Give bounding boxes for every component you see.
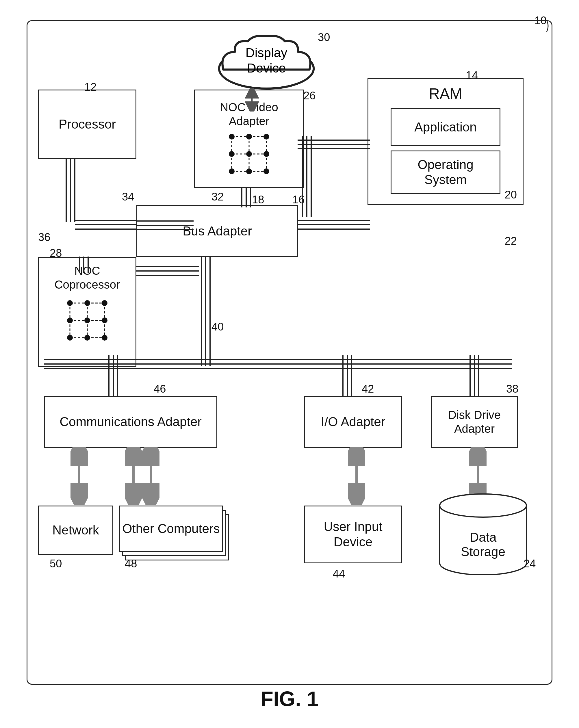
ref-noc-video: 26 [304,89,316,102]
disk-drive-adapter-box: Disk DriveAdapter [431,396,518,448]
svg-point-69 [84,317,90,323]
ref-32: 32 [211,191,223,203]
io-adapter-box: I/O Adapter [304,396,402,448]
ref-processor: 12 [84,81,97,93]
svg-point-24 [246,151,252,157]
bus-horiz-proc [75,216,137,233]
bus-noc-video-vert [237,187,255,207]
user-input-label: User InputDevice [324,519,383,550]
bus-ram-horiz-top [297,136,370,153]
svg-point-71 [67,335,73,341]
bus-proc-to-bus [136,217,193,234]
bus-proc-vert [62,158,79,222]
arrow-io-user [348,447,365,505]
svg-point-65 [67,300,73,306]
bus-io-vert [339,355,356,396]
ref-user-input: 44 [333,568,345,580]
ref-display-device: 30 [318,31,330,44]
ref-36: 36 [38,231,50,243]
data-storage: Data Storage [434,488,532,575]
arrow-comms-other1 [125,447,142,505]
disk-drive-adapter-label: Disk DriveAdapter [448,408,501,436]
other-computers-label: Other Computers [122,521,219,537]
arrow-comms-other2 [142,447,159,505]
processor-box: Processor [38,89,136,159]
noc-video-grid [226,131,272,177]
bus-disk-vert [466,355,483,396]
svg-point-27 [246,168,252,174]
noc-coprocessor-box: NOCCoprocessor [38,257,136,367]
ref-io-adapter: 42 [362,383,374,395]
ref10-arc [529,17,552,35]
page: 10 FIG. 1 DisplayDevice 30 Processor 12 … [15,9,564,719]
svg-point-21 [246,134,252,139]
svg-point-108 [440,494,526,517]
svg-text:Data: Data [470,530,497,544]
user-input-box: User InputDevice [304,505,402,563]
svg-point-67 [102,300,107,306]
svg-point-66 [84,300,90,306]
ram-box: RAM Application 20 OperatingSystem 22 [368,78,524,205]
ref-34: 34 [122,191,134,203]
io-adapter-label: I/O Adapter [321,414,386,430]
arrow-comms-network [71,447,88,505]
svg-point-22 [263,134,269,139]
ref-application: 20 [505,189,517,201]
svg-point-73 [102,335,107,341]
ref-ram: 14 [466,69,478,82]
comms-adapter-box: Communications Adapter [44,396,217,448]
ref-other-computers: 48 [125,557,137,570]
display-device: DisplayDevice [211,32,321,89]
bus-noc-cop-vert-up [75,257,93,273]
fig-title: FIG. 1 [15,687,564,711]
bus-ram-horiz-bot [297,216,370,233]
comms-adapter-label: Communications Adapter [59,414,202,430]
noc-coprocessor-grid [64,297,110,343]
svg-point-25 [263,151,269,157]
svg-point-70 [102,317,107,323]
bus-noc-cop-horiz [136,262,199,280]
os-box: OperatingSystem [391,151,500,194]
application-box: Application [391,108,500,146]
display-device-label: DisplayDevice [245,45,287,76]
svg-point-68 [67,317,73,323]
ref-comms-adapter: 46 [154,383,166,395]
main-bus-vert [197,257,214,366]
arrow-display-noc [243,88,261,111]
processor-label: Processor [59,117,116,132]
ref-data-storage: 24 [524,557,536,570]
svg-point-26 [229,168,235,174]
application-label: Application [414,120,476,135]
ref-network: 50 [50,557,62,570]
ref-disk-drive-adapter: 38 [506,383,518,395]
network-label: Network [52,523,99,538]
network-box: Network [38,505,113,555]
other-computers-box1: Other Computers [119,505,223,552]
bus-comms-vert [105,355,122,396]
ram-label: RAM [429,85,462,103]
svg-point-20 [229,134,235,139]
svg-point-28 [263,168,269,174]
ref-os: 22 [505,235,517,247]
svg-text:Storage: Storage [461,545,505,559]
ref-noc-coprocessor: 28 [50,247,62,259]
os-label: OperatingSystem [418,157,473,188]
svg-point-72 [84,335,90,341]
svg-point-23 [229,151,235,157]
